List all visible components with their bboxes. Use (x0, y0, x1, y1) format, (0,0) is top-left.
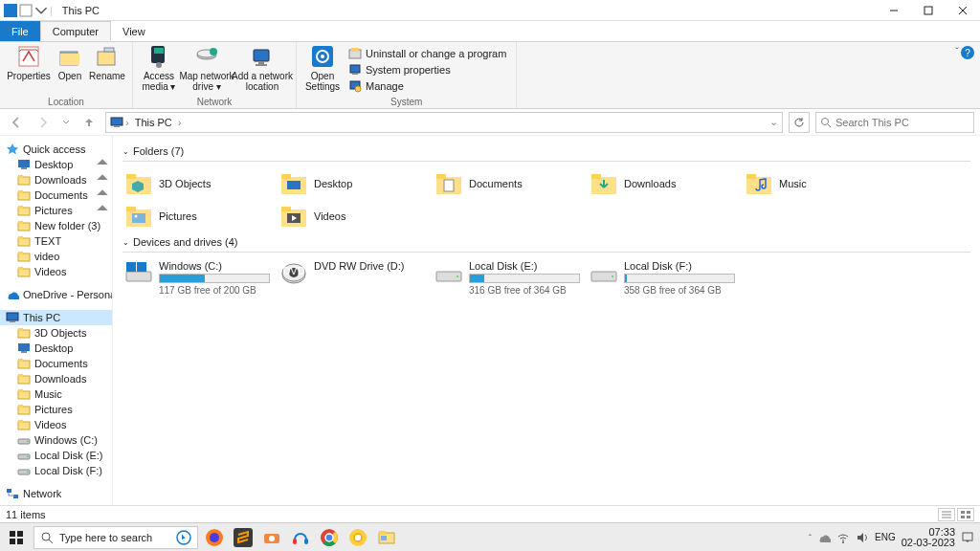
access-media-button[interactable]: Access media ▾ (139, 44, 179, 92)
ribbon-tab-computer[interactable]: Computer (40, 21, 111, 41)
back-button[interactable] (6, 112, 27, 133)
drive-item[interactable]: Windows (C:)117 GB free of 200 GB (122, 258, 278, 298)
taskbar-search[interactable]: Type here to search (33, 526, 198, 549)
svg-rect-51 (18, 343, 30, 351)
sound-icon[interactable] (856, 531, 869, 544)
taskbar-sublime-icon[interactable] (231, 525, 256, 550)
sidebar-item[interactable]: Desktop (0, 157, 112, 172)
recent-locations-button[interactable] (59, 112, 73, 133)
sidebar-item[interactable]: Local Disk (F:) (0, 463, 112, 478)
sidebar-item[interactable]: Videos (0, 417, 112, 432)
sidebar-network[interactable]: Network (0, 486, 112, 501)
open-button[interactable]: Open (54, 44, 86, 81)
svg-point-68 (27, 472, 29, 474)
sidebar-item[interactable]: Desktop (0, 341, 112, 356)
uninstall-program-button[interactable]: Uninstall or change a program (345, 46, 510, 61)
map-network-drive-button[interactable]: Map network drive ▾ (181, 44, 233, 92)
sidebar-item[interactable]: Documents (0, 187, 112, 203)
tray-overflow-icon[interactable]: ˆ (809, 533, 812, 542)
svg-rect-40 (18, 221, 23, 224)
sidebar-item[interactable]: Downloads (0, 371, 112, 386)
sidebar-item[interactable]: Pictures (0, 203, 112, 218)
search-box[interactable] (815, 112, 974, 133)
folder-item[interactable]: Downloads (588, 167, 743, 200)
svg-rect-90 (126, 272, 151, 281)
taskbar-chrome-canary-icon[interactable] (345, 525, 370, 550)
section-drives[interactable]: ⌄Devices and drives (4) (122, 236, 970, 248)
sidebar-item[interactable]: New folder (3) (0, 218, 112, 233)
taskbar-camera-icon[interactable] (259, 525, 284, 550)
group-label-network: Network (197, 97, 233, 107)
clock[interactable]: 07:3302-03-2023 (902, 527, 955, 548)
address-bar: › This PC › ⌄ (0, 109, 980, 136)
folder-item[interactable]: Videos (278, 200, 433, 232)
sidebar-item[interactable]: Pictures (0, 402, 112, 417)
up-button[interactable] (78, 112, 100, 133)
drive-item[interactable]: Local Disk (E:)316 GB free of 364 GB (433, 258, 588, 298)
drive-item[interactable]: DVDDVD RW Drive (D:) (278, 258, 433, 298)
taskbar-chrome-icon[interactable] (317, 525, 342, 550)
sidebar-item[interactable]: video (0, 249, 112, 264)
folder-item[interactable]: Desktop (278, 167, 433, 200)
svg-rect-49 (18, 330, 30, 338)
svg-rect-1 (20, 5, 32, 16)
add-network-location-button[interactable]: Add a network location (234, 44, 290, 92)
forward-button[interactable] (33, 112, 54, 133)
breadcrumb-this-pc[interactable]: This PC (131, 117, 176, 128)
properties-button[interactable]: Properties (6, 44, 52, 81)
taskbar-firefox-icon[interactable] (202, 525, 227, 550)
sidebar-item[interactable]: 3D Objects (0, 325, 112, 341)
language-indicator[interactable]: ENG (875, 532, 896, 542)
ribbon-group-location: Properties Open Rename Location (0, 42, 133, 108)
section-folders[interactable]: ⌄Folders (7) (122, 145, 970, 157)
svg-rect-57 (18, 391, 30, 399)
group-label-location: Location (48, 97, 84, 107)
sidebar-item[interactable]: Windows (C:) (0, 432, 112, 448)
notifications-icon[interactable] (961, 531, 974, 544)
folder-item[interactable]: 3D Objects (122, 167, 278, 200)
onedrive-tray-icon[interactable] (817, 531, 831, 544)
qat-icon[interactable] (4, 4, 17, 17)
breadcrumb[interactable]: › This PC › ⌄ (105, 112, 783, 133)
svg-rect-42 (18, 236, 23, 239)
chevron-right-icon: › (178, 117, 182, 128)
sidebar-onedrive[interactable]: OneDrive - Personal (0, 287, 112, 302)
taskbar-headphones-icon[interactable] (288, 525, 313, 550)
folder-item[interactable]: Pictures (122, 200, 278, 232)
sidebar-item[interactable]: Music (0, 386, 112, 402)
help-button[interactable]: ? (961, 46, 974, 59)
sidebar-item[interactable]: Videos (0, 264, 112, 279)
qat-save-icon[interactable] (19, 4, 33, 17)
system-properties-button[interactable]: System properties (345, 62, 510, 77)
dropdown-icon[interactable]: ⌄ (769, 116, 778, 128)
view-details-button[interactable] (938, 508, 955, 521)
folder-item[interactable]: Documents (433, 167, 588, 200)
sidebar-item[interactable]: Local Disk (E:) (0, 448, 112, 463)
qat-dropdown-icon[interactable] (34, 4, 48, 17)
rename-button[interactable]: Rename (88, 44, 126, 81)
drive-item[interactable]: Local Disk (F:)358 GB free of 364 GB (588, 258, 743, 298)
minimize-button[interactable] (877, 0, 911, 21)
start-button[interactable] (0, 523, 33, 552)
open-settings-button[interactable]: Open Settings (302, 44, 343, 92)
search-input[interactable] (835, 117, 969, 128)
refresh-button[interactable] (789, 112, 810, 133)
ribbon-tab-view[interactable]: View (111, 21, 157, 41)
taskbar-explorer-icon[interactable] (374, 525, 399, 550)
folder-item[interactable]: Music (743, 167, 898, 200)
close-button[interactable] (946, 0, 980, 21)
collapse-ribbon-icon[interactable]: ˇ (955, 46, 959, 57)
sidebar-item[interactable]: TEXT (0, 233, 112, 249)
svg-rect-38 (18, 206, 23, 209)
sidebar-item[interactable]: Documents (0, 356, 112, 371)
sidebar-item[interactable]: Downloads (0, 172, 112, 187)
ribbon-tab-file[interactable]: File (0, 21, 40, 41)
wifi-icon[interactable] (836, 531, 850, 544)
svg-rect-130 (381, 536, 387, 540)
sidebar-this-pc[interactable]: This PC (0, 310, 112, 325)
svg-rect-34 (18, 175, 23, 178)
maximize-button[interactable] (911, 0, 946, 21)
sidebar-quick-access[interactable]: Quick access (0, 142, 112, 157)
manage-button[interactable]: Manage (345, 78, 510, 94)
view-icons-button[interactable] (957, 508, 974, 521)
